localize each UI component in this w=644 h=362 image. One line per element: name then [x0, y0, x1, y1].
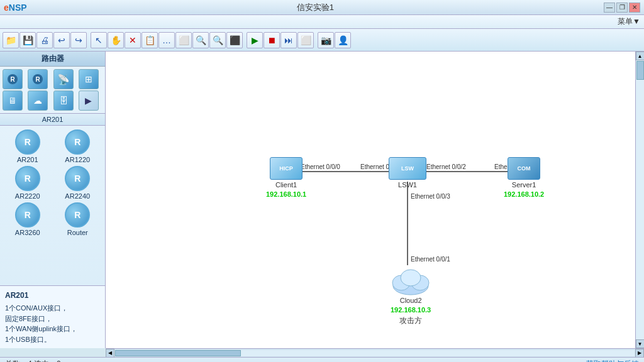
- device-ar1220-label: AR1220: [65, 156, 90, 163]
- cloud2-ip: 192.168.10.3: [389, 305, 433, 314]
- device-ar3260[interactable]: R AR3260: [4, 202, 52, 236]
- device-ar201-label: AR201: [17, 156, 38, 163]
- sb-icon-r2[interactable]: R: [28, 69, 48, 89]
- svg-text:R: R: [36, 76, 41, 83]
- close-button[interactable]: ✕: [629, 3, 640, 13]
- sb-icon-grid[interactable]: ⊞: [79, 69, 99, 89]
- hscroll-thumb[interactable]: [115, 350, 241, 356]
- client1-label: Client1: [275, 181, 297, 189]
- device-ar2240-icon: R: [65, 166, 90, 191]
- tb-print[interactable]: 🖨: [36, 32, 53, 48]
- tb-start[interactable]: ▶: [247, 32, 263, 48]
- client1-ip: 192.168.10.1: [264, 190, 308, 199]
- app-logo: eNSP: [4, 3, 27, 13]
- scrollbar-right[interactable]: ▲ ▼: [635, 52, 644, 348]
- sb-icon-wave[interactable]: 📡: [53, 69, 74, 89]
- device-ar2220-icon: R: [15, 166, 40, 191]
- scrollbar-bottom[interactable]: ◀ ▶: [106, 348, 644, 357]
- sb-icon-more[interactable]: ▶: [79, 90, 99, 111]
- node-client1[interactable]: HICP Client1 192.168.10.1: [264, 157, 308, 199]
- tb-rect[interactable]: ⬜: [175, 32, 192, 48]
- device-router-icon: R: [65, 202, 90, 228]
- titlebar: eNSP 信安实验1 — ❐ ✕: [0, 0, 644, 15]
- hscroll-track[interactable]: [115, 350, 635, 356]
- sidebar-desc-line3: 1个WAN侧uplink接口，: [5, 324, 100, 334]
- tb-zoomout[interactable]: 🔍: [209, 32, 226, 48]
- scroll-right-btn[interactable]: ▶: [635, 349, 644, 358]
- sb-icon-server[interactable]: 🗄: [53, 90, 74, 111]
- node-server1[interactable]: COM Server1 192.168.10.2: [502, 157, 546, 199]
- toolbar: 📁 💾 🖨 ↩ ↪ ↖ ✋ ✕ 📋 … ⬜ 🔍 🔍 ⬛ ▶ ⏹ ⏭ ⬜ 📷 👤: [0, 29, 644, 52]
- tb-delete[interactable]: ✕: [125, 32, 141, 48]
- sidebar-desc-line4: 1个USB接口。: [5, 334, 100, 345]
- svg-text:R: R: [10, 76, 15, 83]
- sb-icon-cloud[interactable]: ☁: [28, 90, 48, 111]
- attacker-label: 攻击方: [399, 315, 422, 326]
- device-router[interactable]: R Router: [54, 202, 102, 236]
- tb-more[interactable]: …: [158, 32, 175, 48]
- tb-copy[interactable]: 📋: [142, 32, 158, 48]
- tb-stop[interactable]: ⏹: [264, 32, 280, 48]
- tb-capture[interactable]: 📷: [318, 32, 334, 48]
- port-label-lsw-eth2: Ethernet 0/0/2: [426, 163, 466, 170]
- tb-config[interactable]: ⬜: [297, 32, 314, 48]
- scroll-thumb[interactable]: [636, 61, 644, 80]
- device-router-label: Router: [67, 229, 88, 236]
- device-ar201[interactable]: R AR201: [4, 129, 52, 163]
- sidebar-desc-title: AR201: [5, 290, 100, 301]
- status-counts: 总数：4 选中：0: [5, 359, 61, 362]
- window-title: 信安实验1: [27, 2, 604, 13]
- svg-point-10: [401, 270, 421, 286]
- menubar: 菜单▼: [0, 15, 644, 29]
- lsw1-label: LSW1: [398, 181, 417, 189]
- scroll-left-btn[interactable]: ◀: [106, 349, 114, 358]
- node-lsw1[interactable]: LSW LSW1: [389, 157, 426, 189]
- scroll-down-btn[interactable]: ▼: [636, 339, 645, 348]
- sidebar-icon-grid: R R 📡 ⊞ 🖥 ☁ 🗄 ▶: [0, 67, 105, 114]
- device-ar2240[interactable]: R AR2240: [54, 166, 102, 200]
- tb-step[interactable]: ⏭: [280, 32, 297, 48]
- minimize-button[interactable]: —: [604, 3, 615, 13]
- device-ar2240-label: AR2240: [65, 192, 90, 200]
- sidebar-desc-line1: 1个CON/AUX接口，: [5, 303, 100, 314]
- status-help[interactable]: 获取帮助与反馈: [586, 359, 639, 362]
- tb-redo[interactable]: ↪: [70, 32, 87, 48]
- sidebar-header: 路由器: [0, 52, 105, 67]
- window-controls: — ❐ ✕: [604, 3, 640, 13]
- cloud2-label: Cloud2: [400, 297, 422, 304]
- tb-pan[interactable]: ✋: [108, 32, 124, 48]
- port-label-cloud-eth: Ethernet 0/0/1: [411, 256, 450, 263]
- server1-ip: 192.168.10.2: [502, 190, 546, 199]
- device-ar2220[interactable]: R AR2220: [4, 166, 52, 200]
- server1-box: COM: [508, 157, 540, 180]
- canvas-area[interactable]: Ethernet 0/0/0 Ethernet 0/0/1 Ethernet 0…: [106, 52, 635, 348]
- tb-select[interactable]: ↖: [91, 32, 107, 48]
- node-cloud2[interactable]: Cloud2 192.168.10.3 攻击方: [389, 264, 433, 326]
- titlebar-logo: eNSP: [4, 3, 27, 13]
- sb-icon-monitor[interactable]: 🖥: [3, 90, 23, 111]
- device-ar3260-icon: R: [15, 202, 40, 228]
- sidebar: 路由器 R R 📡 ⊞ 🖥 ☁ 🗄: [0, 52, 106, 348]
- restore-button[interactable]: ❐: [616, 3, 628, 13]
- scroll-up-btn[interactable]: ▲: [636, 52, 645, 60]
- tb-save[interactable]: 💾: [19, 32, 36, 48]
- device-ar201-icon: R: [15, 129, 40, 155]
- statusbar: 总数：4 选中：0 获取帮助与反馈: [0, 357, 644, 362]
- scroll-track[interactable]: [636, 60, 644, 339]
- menu-label[interactable]: 菜单▼: [618, 16, 640, 27]
- sidebar-sublabel: AR201: [0, 114, 105, 126]
- tb-undo[interactable]: ↩: [53, 32, 70, 48]
- sidebar-device-grid: R AR201 R AR1220 R AR2220 R AR2240 R AR3…: [0, 126, 105, 240]
- client1-box: HICP: [270, 157, 303, 180]
- tb-open[interactable]: 📁: [3, 32, 19, 48]
- bottom-area: ◀ ▶ 总数：4 选中：0 获取帮助与反馈: [0, 348, 644, 362]
- main-layout: 路由器 R R 📡 ⊞ 🖥 ☁ 🗄: [0, 52, 644, 348]
- sidebar-desc-line2: 固定8FE接口，: [5, 314, 100, 324]
- tb-fit[interactable]: ⬛: [226, 32, 243, 48]
- connection-lines: [106, 52, 635, 348]
- device-ar1220[interactable]: R AR1220: [54, 129, 102, 163]
- lsw1-box: LSW: [389, 157, 426, 180]
- tb-user[interactable]: 👤: [335, 32, 351, 48]
- tb-zoomin[interactable]: 🔍: [192, 32, 209, 48]
- sb-icon-r1[interactable]: R: [3, 69, 23, 89]
